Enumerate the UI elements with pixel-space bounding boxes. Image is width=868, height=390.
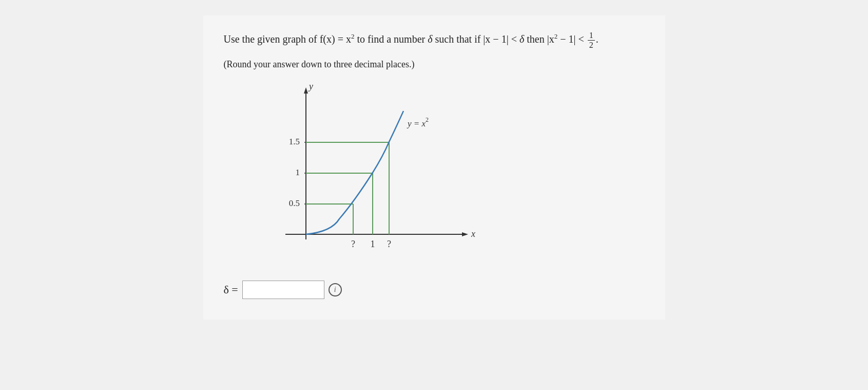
problem-fx: f(x) = x	[320, 33, 351, 45]
svg-text:1: 1	[370, 239, 375, 249]
round-note: (Round your answer down to three decimal…	[224, 59, 645, 70]
graph-area: 1.5 1 0.5 y x ? 1 ?	[255, 80, 645, 265]
svg-marker-3	[462, 232, 468, 236]
main-container: Use the given graph of f(x) = x2 to find…	[203, 15, 665, 320]
svg-text:?: ?	[351, 239, 355, 249]
svg-text:y: y	[308, 81, 313, 91]
svg-text:1: 1	[295, 168, 300, 177]
problem-statement: Use the given graph of f(x) = x2 to find…	[224, 31, 645, 50]
svg-text:2: 2	[426, 116, 429, 123]
fraction-numerator: 1	[588, 31, 595, 41]
info-icon[interactable]: i	[329, 283, 342, 296]
problem-text-middle: to find a number	[354, 33, 428, 45]
problem-period: .	[596, 33, 599, 45]
problem-text-then: then |x	[524, 33, 554, 45]
problem-text-end: − 1| <	[557, 33, 587, 45]
graph-svg: 1.5 1 0.5 y x ? 1 ?	[255, 80, 501, 265]
svg-text:?: ?	[387, 239, 391, 249]
delta-symbol-2: δ	[519, 33, 524, 45]
svg-text:x: x	[471, 229, 475, 239]
svg-text:y = x: y = x	[407, 119, 426, 128]
svg-text:0.5: 0.5	[288, 198, 299, 208]
problem-text-before: Use the given graph of	[224, 33, 320, 45]
svg-text:1.5: 1.5	[288, 137, 299, 146]
delta-answer-input[interactable]	[242, 281, 324, 299]
problem-text-after: such that if |x − 1| <	[432, 33, 519, 45]
fraction-denominator: 2	[588, 41, 595, 50]
delta-equals-label: δ =	[224, 283, 238, 296]
answer-row: δ = i	[224, 281, 645, 299]
fraction: 1 2	[588, 31, 595, 49]
svg-marker-1	[304, 87, 308, 94]
